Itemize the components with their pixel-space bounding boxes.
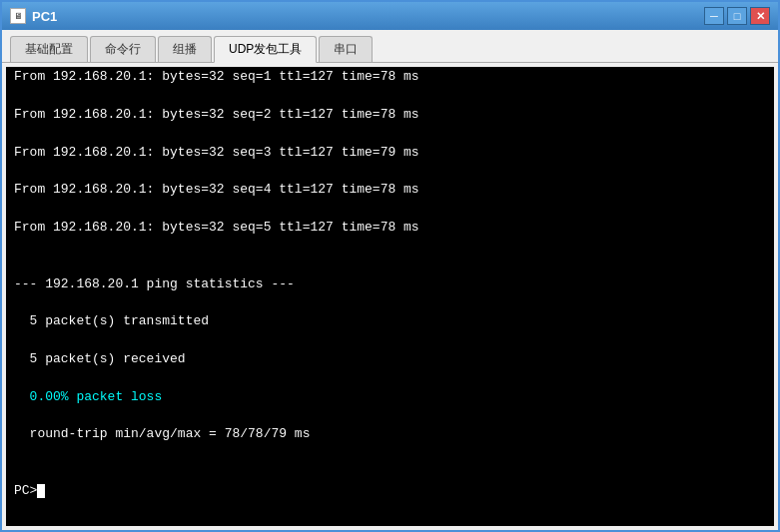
tab-serial[interactable]: 串口 <box>319 36 373 62</box>
terminal-line: From 192.168.20.1: bytes=32 seq=5 ttl=12… <box>14 219 766 238</box>
window-icon: 🖥 <box>10 8 26 24</box>
tab-udp-tool[interactable]: UDP发包工具 <box>214 36 317 63</box>
terminal-cursor <box>37 484 45 498</box>
terminal-line: From 192.168.20.1: bytes=32 seq=4 ttl=12… <box>14 181 766 200</box>
window-title: PC1 <box>32 9 57 24</box>
terminal-container: From 192.168.10.254: bytes=32 seq=3 ttl=… <box>6 67 774 526</box>
close-button[interactable]: ✕ <box>750 7 770 25</box>
terminal-line: From 192.168.20.1: bytes=32 seq=3 ttl=12… <box>14 144 766 163</box>
terminal-line: 0.00% packet loss <box>14 388 766 407</box>
tab-multicast[interactable]: 组播 <box>158 36 212 62</box>
terminal-line: From 192.168.20.1: bytes=32 seq=1 ttl=12… <box>14 68 766 87</box>
terminal-line: PC> <box>14 482 766 501</box>
title-bar: 🖥 PC1 ─ □ ✕ <box>2 2 778 30</box>
terminal-line: 5 packet(s) received <box>14 350 766 369</box>
tab-basic-config[interactable]: 基础配置 <box>10 36 88 62</box>
title-bar-left: 🖥 PC1 <box>10 8 57 24</box>
terminal-output[interactable]: From 192.168.10.254: bytes=32 seq=3 ttl=… <box>6 67 774 526</box>
terminal-line: --- 192.168.20.1 ping statistics --- <box>14 275 766 294</box>
terminal-line: round-trip min/avg/max = 78/78/79 ms <box>14 425 766 444</box>
tab-bar: 基础配置 命令行 组播 UDP发包工具 串口 <box>2 30 778 63</box>
terminal-line: From 192.168.20.1: bytes=32 seq=2 ttl=12… <box>14 106 766 125</box>
tab-command-line[interactable]: 命令行 <box>90 36 156 62</box>
maximize-button[interactable]: □ <box>727 7 747 25</box>
main-window: 🖥 PC1 ─ □ ✕ 基础配置 命令行 组播 UDP发包工具 串口 From … <box>0 0 780 532</box>
terminal-line: 5 packet(s) transmitted <box>14 312 766 331</box>
title-buttons: ─ □ ✕ <box>704 7 770 25</box>
minimize-button[interactable]: ─ <box>704 7 724 25</box>
